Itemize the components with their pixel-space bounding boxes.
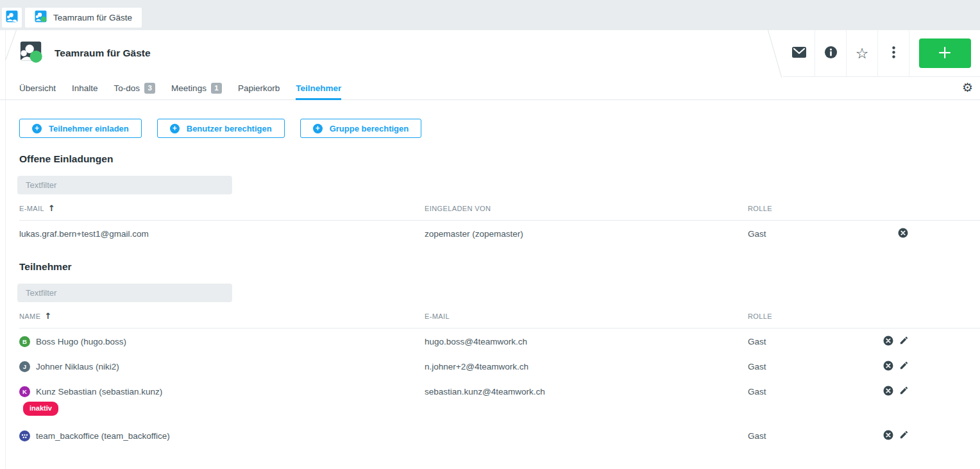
column-header-email[interactable]: E-MAIL xyxy=(425,311,748,321)
page-tab[interactable]: Teamraum für Gäste xyxy=(25,8,142,28)
sort-ascending-icon: ↑ xyxy=(48,203,55,213)
avatar: K xyxy=(19,386,30,397)
participant-row: B Boss Hugo (hugo.boss) hugo.boss@4teamw… xyxy=(19,328,980,354)
add-content-button[interactable] xyxy=(919,38,971,68)
button-label: Teilnehmer einladen xyxy=(49,124,129,133)
invitation-row: lukas.graf.bern+test1@gmail.com zopemast… xyxy=(19,221,980,246)
tab-label: Übersicht xyxy=(19,83,56,93)
workspace-header: Teamraum für Gäste xyxy=(0,30,980,76)
section-nav: Übersicht Inhalte To-dos 3 Meetings 1 Pa… xyxy=(0,76,980,100)
participant-actions xyxy=(870,429,980,440)
window-tab-bar: Teamraum für Gäste xyxy=(0,0,980,30)
invitation-actions xyxy=(870,227,980,238)
button-label: Gruppe berechtigen xyxy=(330,124,409,133)
column-header-name[interactable]: NAME ↑ xyxy=(19,311,425,321)
sort-ascending-icon: ↑ xyxy=(44,311,51,321)
info-icon xyxy=(824,46,838,62)
edit-participant-button[interactable] xyxy=(899,430,909,440)
participants-page: + Teilnehmer einladen + Benutzer berecht… xyxy=(0,119,980,469)
participant-role: Gast xyxy=(748,429,870,441)
info-button[interactable] xyxy=(815,30,846,76)
participant-name: Kunz Sebastian (sebastian.kunz) xyxy=(36,386,162,397)
bottom-whitespace xyxy=(19,448,980,469)
participant-name: Boss Hugo (hugo.boss) xyxy=(36,336,126,347)
kebab-menu-icon xyxy=(892,46,895,61)
meetings-count-badge: 1 xyxy=(211,83,222,94)
tab-inhalte[interactable]: Inhalte xyxy=(72,76,98,100)
header-toolbar: ☆ xyxy=(783,30,980,77)
remove-participant-button[interactable] xyxy=(883,430,893,440)
participant-row: J Johner Niklaus (niki2) n.johner+2@4tea… xyxy=(19,354,980,379)
invitations-heading: Offene Einladungen xyxy=(19,153,980,165)
main-panel: Teamraum für Gäste xyxy=(0,30,980,469)
edit-participant-button[interactable] xyxy=(899,386,909,396)
column-header-role[interactable]: ROLLE xyxy=(748,311,870,321)
participant-row: team_backoffice (team_backoffice) Gast xyxy=(19,423,980,448)
settings-gear-icon[interactable]: ⚙ xyxy=(962,81,973,94)
group-icon xyxy=(21,434,28,439)
workspace-logo xyxy=(19,40,44,67)
plus-circle-icon: + xyxy=(313,124,323,133)
tab-label: To-dos xyxy=(114,83,140,93)
invitations-table-header: E-MAIL ↑ EINGELADEN VON ROLLE xyxy=(19,194,980,221)
action-buttons-row: + Teilnehmer einladen + Benutzer berecht… xyxy=(19,119,980,138)
remove-invitation-button[interactable] xyxy=(898,228,908,238)
participant-actions xyxy=(870,360,980,371)
app-home-tab[interactable] xyxy=(2,8,22,28)
participant-role: Gast xyxy=(748,360,870,372)
remove-participant-button[interactable] xyxy=(883,361,893,371)
participants-filter-input[interactable] xyxy=(17,284,232,302)
plus-circle-icon: + xyxy=(32,124,42,133)
column-header-email[interactable]: E-MAIL ↑ xyxy=(19,203,425,213)
participant-email: n.johner+2@4teamwork.ch xyxy=(425,360,748,372)
authorize-user-button[interactable]: + Benutzer berechtigen xyxy=(157,119,285,138)
tab-label: Inhalte xyxy=(72,83,98,93)
tab-meetings[interactable]: Meetings 1 xyxy=(171,76,222,100)
column-header-actions xyxy=(870,203,980,213)
participant-row: K Kunz Sebastian (sebastian.kunz) inakti… xyxy=(19,379,980,423)
page-tab-title: Teamraum für Gäste xyxy=(53,13,132,22)
edit-participant-button[interactable] xyxy=(899,361,909,371)
invitation-email: lukas.graf.bern+test1@gmail.com xyxy=(19,227,425,239)
add-content-cell xyxy=(909,30,980,76)
column-header-actions xyxy=(870,311,980,321)
participant-email: hugo.boss@4teamwork.ch xyxy=(425,335,748,347)
invitations-filter-input[interactable] xyxy=(17,176,232,194)
teamraum-logo-icon xyxy=(6,10,18,25)
star-icon: ☆ xyxy=(856,46,869,61)
page-title: Teamraum für Gäste xyxy=(55,47,151,59)
tab-label: Meetings xyxy=(171,83,207,93)
column-header-invited-by[interactable]: EINGELADEN VON xyxy=(425,203,748,213)
column-header-role[interactable]: ROLLE xyxy=(748,203,870,213)
participant-role: Gast xyxy=(748,335,870,347)
participants-heading: Teilnehmer xyxy=(19,261,980,273)
tab-papierkorb[interactable]: Papierkorb xyxy=(238,76,280,100)
tab-teilnehmer[interactable]: Teilnehmer xyxy=(296,76,341,100)
participant-email: sebastian.kunz@4teamwork.ch xyxy=(425,385,748,397)
group-avatar xyxy=(19,431,30,441)
remove-participant-button[interactable] xyxy=(883,336,893,346)
participant-actions xyxy=(870,335,980,346)
invitation-role: Gast xyxy=(748,227,870,239)
button-label: Benutzer berechtigen xyxy=(187,124,272,133)
tab-todos[interactable]: To-dos 3 xyxy=(114,76,156,100)
participant-name: Johner Niklaus (niki2) xyxy=(36,361,119,372)
remove-participant-button[interactable] xyxy=(883,386,893,396)
avatar: J xyxy=(19,361,30,372)
invitation-invited-by: zopemaster (zopemaster) xyxy=(425,227,748,239)
edit-participant-button[interactable] xyxy=(899,336,909,346)
participant-name: team_backoffice (team_backoffice) xyxy=(36,431,170,441)
inactive-status-badge: inaktiv xyxy=(23,402,58,416)
favorite-button[interactable]: ☆ xyxy=(846,30,877,76)
invite-participant-button[interactable]: + Teilnehmer einladen xyxy=(19,119,142,138)
more-actions-button[interactable] xyxy=(877,30,909,76)
invitations-table: E-MAIL ↑ EINGELADEN VON ROLLE lukas.graf… xyxy=(19,194,980,246)
tab-label: Papierkorb xyxy=(238,83,280,93)
mail-button[interactable] xyxy=(783,30,815,76)
participants-table: NAME ↑ E-MAIL ROLLE B Boss Hugo (hugo.bo… xyxy=(19,302,980,448)
avatar: B xyxy=(19,336,30,347)
tab-uebersicht[interactable]: Übersicht xyxy=(19,76,56,100)
participant-actions xyxy=(870,385,980,396)
teamraum-logo-status-icon xyxy=(35,10,47,25)
authorize-group-button[interactable]: + Gruppe berechtigen xyxy=(300,119,422,138)
